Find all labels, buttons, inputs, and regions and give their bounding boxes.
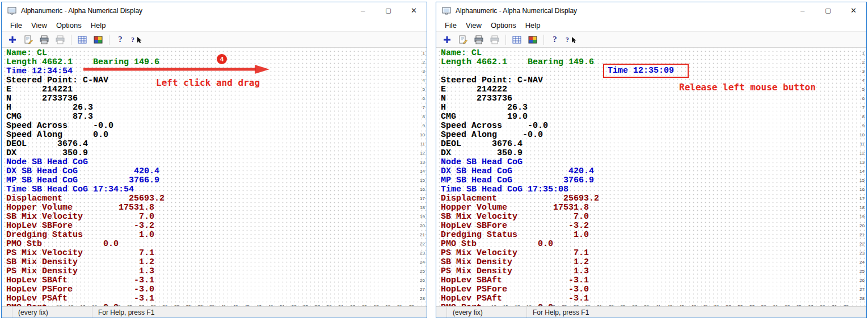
plus-icon	[8, 35, 17, 44]
display-line: E 214222	[441, 85, 599, 94]
ruler-number: 71	[832, 302, 844, 306]
minimize-button[interactable]: –	[790, 2, 815, 19]
app-window-before: Alphanumeric - Alpha Numerical Display –…	[1, 2, 427, 318]
color-grid-icon	[528, 36, 537, 44]
toolbar-separator	[505, 35, 506, 45]
ruler-number: 67	[808, 302, 820, 306]
display-line: Hopper Volume 17531.8	[6, 203, 165, 212]
row-ruler: 1234567891011121314151617181920212223242…	[420, 49, 425, 303]
ruler-number: 24	[859, 258, 865, 267]
menu-options[interactable]: Options	[486, 20, 521, 31]
ruler-number: 29	[151, 302, 163, 306]
title-bar[interactable]: Alphanumeric - Alpha Numerical Display –…	[2, 2, 427, 19]
ruler-number: 2	[859, 58, 865, 67]
ruler-number: 59	[761, 302, 773, 306]
ruler-number: 13	[491, 302, 503, 306]
row-ruler: 1234567891011121314151617181920212223242…	[859, 49, 865, 303]
ruler-number: 65	[362, 302, 374, 306]
close-button[interactable]: ✕	[841, 2, 866, 19]
window-controls: – ▢ ✕	[790, 2, 866, 19]
maximize-button[interactable]: ▢	[815, 2, 841, 19]
ruler-number: 23	[550, 302, 562, 306]
context-help-button[interactable]: ?	[129, 33, 144, 46]
menu-file[interactable]: File	[6, 20, 27, 31]
grid-setup-button[interactable]	[75, 33, 90, 46]
ruler-number: 39	[644, 302, 656, 306]
display-area[interactable]: Name: CLLength 4662.1 Bearing 149.6Time …	[2, 48, 427, 306]
display-area[interactable]: Name: CLLength 4662.1 Bearing 149.6Steer…	[436, 48, 866, 306]
print-button[interactable]	[471, 33, 486, 46]
ruler-number: 7	[859, 103, 865, 112]
ruler-number: 9	[859, 122, 865, 131]
annotation-label: Left click and drag	[156, 78, 260, 87]
menu-view[interactable]: View	[27, 20, 52, 31]
floating-time[interactable]: Time 12:35:09	[608, 66, 674, 76]
display-line: DX 350.9	[441, 149, 599, 158]
display-line: CMG 19.0	[441, 112, 599, 122]
ruler-number: 27	[859, 285, 865, 294]
display-lines: Name: CLLength 4662.1 Bearing 149.6Steer…	[441, 49, 599, 306]
ruler-number: 35	[621, 302, 633, 306]
edit-page-icon	[458, 35, 467, 44]
ruler-number: 45	[679, 302, 691, 306]
display-line: SB Mix Velocity 7.0	[441, 212, 599, 222]
display-line: Name: CL	[6, 49, 165, 58]
display-line: PMO Stb 0.0	[441, 240, 599, 249]
print-preview-button[interactable]	[487, 33, 502, 46]
help-button[interactable]: ?	[547, 33, 562, 46]
ruler-number: 8	[420, 112, 425, 122]
print-button[interactable]	[37, 33, 52, 46]
toolbar-separator	[71, 35, 71, 45]
ruler-number: 37	[197, 302, 209, 306]
edit-fix-button[interactable]	[21, 33, 36, 46]
ruler-number: 3	[859, 67, 865, 76]
edit-fix-button[interactable]	[456, 33, 470, 46]
ruler-number: 12	[859, 149, 865, 158]
ruler-number: 31	[162, 302, 174, 306]
ruler-number: 57	[749, 302, 761, 306]
ruler-number: 9	[420, 122, 425, 131]
ruler-number: 10	[420, 131, 425, 140]
menu-options[interactable]: Options	[52, 20, 86, 31]
ruler-number: 13	[859, 158, 865, 167]
maximize-button[interactable]: ▢	[376, 2, 401, 19]
color-setup-button[interactable]	[525, 33, 540, 46]
grid-icon	[512, 36, 521, 44]
grid-setup-button[interactable]	[509, 33, 524, 46]
toolbar-separator	[543, 35, 544, 45]
ruler-number: 33	[174, 302, 186, 306]
minimize-button[interactable]: –	[350, 2, 376, 19]
ruler-number: 17	[420, 194, 425, 203]
print-preview-button[interactable]	[53, 33, 68, 46]
display-line: SB Mix Density 1.2	[441, 258, 599, 267]
ruler-number: 47	[256, 302, 268, 306]
display-line: Length 4662.1 Bearing 149.6	[441, 58, 599, 67]
ruler-number: 17	[859, 194, 865, 203]
color-setup-button[interactable]	[91, 33, 106, 46]
menu-help[interactable]: Help	[521, 20, 545, 31]
ruler-number: 18	[859, 203, 865, 212]
plus-icon	[443, 35, 452, 44]
ruler-number: 11	[859, 140, 865, 149]
close-button[interactable]: ✕	[401, 2, 427, 19]
display-line: E 214221	[6, 85, 165, 94]
menu-file[interactable]: File	[440, 20, 461, 31]
add-display-button[interactable]	[440, 33, 454, 46]
help-button[interactable]: ?	[113, 33, 128, 46]
context-help-button[interactable]: ?	[563, 33, 578, 46]
ruler-number: 7	[420, 103, 425, 112]
menu-help[interactable]: Help	[86, 20, 111, 31]
menu-view[interactable]: View	[461, 20, 486, 31]
ruler-number: 25	[127, 302, 139, 306]
column-ruler: 1315171921232527293133353739414345474951…	[491, 302, 855, 306]
display-line: DX 350.9	[6, 149, 165, 158]
display-line: HopLev SBFore -3.2	[6, 222, 165, 231]
title-bar[interactable]: Alphanumeric - Alpha Numerical Display –…	[436, 2, 866, 19]
svg-text:?: ?	[131, 36, 134, 44]
color-grid-icon	[94, 36, 103, 44]
display-lines: Name: CLLength 4662.1 Bearing 149.6Time …	[6, 49, 165, 306]
ruler-number: 28	[420, 294, 425, 303]
status-fix-mode: (every fix)	[12, 307, 92, 318]
help-icon: ?	[118, 35, 123, 44]
add-display-button[interactable]	[5, 33, 20, 46]
